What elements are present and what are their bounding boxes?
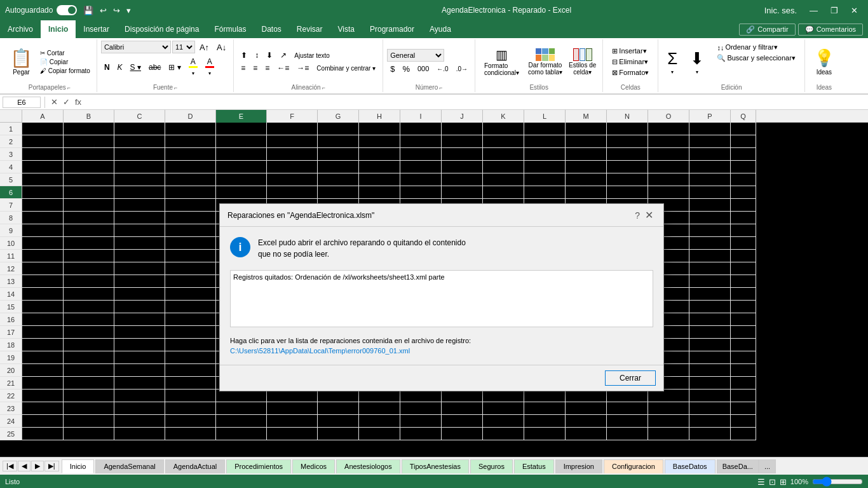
cell-e22[interactable]: [216, 390, 267, 402]
init-session-button[interactable]: Inic. ses.: [759, 4, 802, 17]
cell-a6[interactable]: [22, 186, 64, 199]
sort-filter-button[interactable]: ↕↓ Ordenar y filtrar▾: [712, 43, 801, 52]
tab-archivo[interactable]: Archivo: [0, 20, 41, 38]
sheet-tab-ellipsis[interactable]: ...: [759, 459, 776, 473]
cell-d6[interactable]: [165, 186, 216, 199]
cell-d21[interactable]: [165, 377, 216, 390]
row-number-19[interactable]: 19: [0, 351, 22, 364]
cell-a2[interactable]: [22, 135, 64, 148]
cell-c15[interactable]: [114, 301, 165, 313]
cell-o23[interactable]: [648, 402, 689, 415]
cell-h3[interactable]: [359, 148, 400, 161]
cell-d16[interactable]: [165, 313, 216, 326]
cell-c6[interactable]: [114, 186, 165, 199]
cell-e5[interactable]: [216, 173, 267, 186]
sheet-tab-impresion[interactable]: Impresion: [555, 459, 602, 473]
row-number-23[interactable]: 23: [0, 402, 22, 415]
cell-b20[interactable]: [64, 364, 114, 377]
cell-n1[interactable]: [607, 123, 648, 135]
cell-o6[interactable]: [648, 186, 689, 199]
row-number-17[interactable]: 17: [0, 326, 22, 339]
cell-q1[interactable]: [731, 123, 756, 135]
share-button[interactable]: 🔗 Compartir: [739, 24, 795, 36]
cell-a5[interactable]: [22, 173, 64, 186]
cell-c8[interactable]: [114, 212, 165, 224]
tab-vista[interactable]: Vista: [330, 20, 362, 38]
cell-o22[interactable]: [648, 390, 689, 402]
cell-a9[interactable]: [22, 224, 64, 237]
cell-a23[interactable]: [22, 402, 64, 415]
cell-m4[interactable]: [566, 161, 607, 173]
cell-e1[interactable]: [216, 123, 267, 135]
cell-b8[interactable]: [64, 212, 114, 224]
tab-revisar[interactable]: Revisar: [289, 20, 330, 38]
cell-l2[interactable]: [524, 135, 566, 148]
cell-n5[interactable]: [607, 173, 648, 186]
underline-button[interactable]: S ▾: [127, 62, 144, 73]
comments-button[interactable]: 💬 Comentarios: [798, 24, 863, 36]
cell-n23[interactable]: [607, 402, 648, 415]
cell-p9[interactable]: [689, 224, 731, 237]
cell-l1[interactable]: [524, 123, 566, 135]
cell-h22[interactable]: [359, 390, 400, 402]
cell-j25[interactable]: [442, 428, 483, 440]
cell-d2[interactable]: [165, 135, 216, 148]
cell-h25[interactable]: [359, 428, 400, 440]
cell-j24[interactable]: [442, 415, 483, 428]
minimize-button[interactable]: —: [804, 4, 823, 17]
cell-c13[interactable]: [114, 275, 165, 288]
cell-i2[interactable]: [400, 135, 442, 148]
cell-f23[interactable]: [267, 402, 318, 415]
cell-f24[interactable]: [267, 415, 318, 428]
cell-a15[interactable]: [22, 301, 64, 313]
row-number-9[interactable]: 9: [0, 224, 22, 237]
cell-c11[interactable]: [114, 250, 165, 262]
cell-n24[interactable]: [607, 415, 648, 428]
row-number-16[interactable]: 16: [0, 313, 22, 326]
save-button[interactable]: 💾: [81, 4, 96, 17]
cell-d14[interactable]: [165, 288, 216, 301]
currency-button[interactable]: $: [387, 63, 398, 75]
cell-f22[interactable]: [267, 390, 318, 402]
fill-color-button[interactable]: A ▾: [186, 56, 201, 78]
row-number-6[interactable]: 6: [0, 186, 22, 199]
font-family-select[interactable]: Calibri: [101, 41, 171, 53]
cell-c3[interactable]: [114, 148, 165, 161]
cell-d1[interactable]: [165, 123, 216, 135]
cell-l25[interactable]: [524, 428, 566, 440]
format-painter-button[interactable]: 🖌 Copiar formato: [37, 67, 93, 75]
cell-p23[interactable]: [689, 402, 731, 415]
cell-d22[interactable]: [165, 390, 216, 402]
cell-c21[interactable]: [114, 377, 165, 390]
text-angle-button[interactable]: ↗: [277, 50, 290, 61]
tab-formulas[interactable]: Fórmulas: [207, 20, 254, 38]
cell-c7[interactable]: [114, 199, 165, 212]
cell-j22[interactable]: [442, 390, 483, 402]
cell-a19[interactable]: [22, 351, 64, 364]
cell-i24[interactable]: [400, 415, 442, 428]
cell-c18[interactable]: [114, 339, 165, 351]
cell-l5[interactable]: [524, 173, 566, 186]
formula-input[interactable]: [86, 97, 865, 108]
cell-p11[interactable]: [689, 250, 731, 262]
cell-p21[interactable]: [689, 377, 731, 390]
cell-d20[interactable]: [165, 364, 216, 377]
row-number-13[interactable]: 13: [0, 275, 22, 288]
row-number-8[interactable]: 8: [0, 212, 22, 224]
decrease-decimal-button[interactable]: .0→: [453, 63, 471, 75]
col-header-o[interactable]: O: [648, 110, 689, 123]
cell-e24[interactable]: [216, 415, 267, 428]
col-header-f[interactable]: F: [267, 110, 318, 123]
cell-d17[interactable]: [165, 326, 216, 339]
align-top-button[interactable]: ⬆: [238, 50, 250, 61]
cell-d23[interactable]: [165, 402, 216, 415]
cell-g5[interactable]: [318, 173, 359, 186]
cell-b24[interactable]: [64, 415, 114, 428]
align-middle-button[interactable]: ↕: [252, 50, 262, 61]
cell-a7[interactable]: [22, 199, 64, 212]
row-number-21[interactable]: 21: [0, 377, 22, 390]
cell-d24[interactable]: [165, 415, 216, 428]
cell-j5[interactable]: [442, 173, 483, 186]
sheet-tab-medicos[interactable]: Medicos: [292, 459, 335, 473]
cell-q13[interactable]: [731, 275, 756, 288]
